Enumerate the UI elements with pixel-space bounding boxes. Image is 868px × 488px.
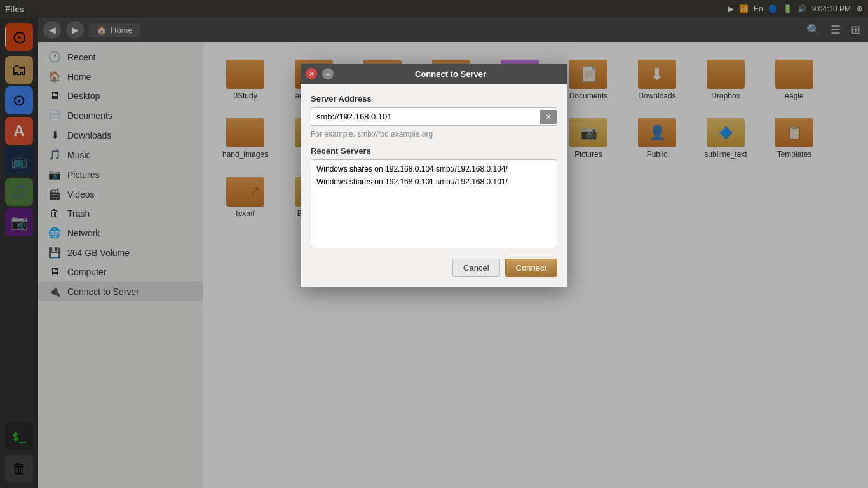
server-address-label: Server Address (311, 94, 557, 104)
dialog-title: Connect to Server (339, 69, 562, 79)
recent-server-item[interactable]: Windows shares on 192.168.0.101 smb://19… (314, 175, 554, 188)
recent-servers-list[interactable]: Windows shares on 192.168.0.104 smb://19… (311, 159, 557, 248)
dialog-buttons: Cancel Connect (311, 259, 557, 277)
dialog-minimize-button[interactable]: – (322, 68, 334, 79)
connect-to-server-dialog: ✕ – Connect to Server Server Address ✕ F… (301, 64, 567, 287)
server-input-clear-button[interactable]: ✕ (540, 110, 557, 124)
recent-servers-label: Recent Servers (311, 146, 557, 156)
server-input-wrap: ✕ (311, 107, 557, 126)
server-address-hint: For example, smb://foo.example.org (311, 130, 557, 139)
dialog-body: Server Address ✕ For example, smb://foo.… (301, 84, 567, 287)
recent-server-item[interactable]: Windows shares on 192.168.0.104 smb://19… (314, 163, 554, 175)
dialog-titlebar: ✕ – Connect to Server (301, 64, 567, 84)
server-address-input[interactable] (311, 108, 540, 125)
dialog-close-button[interactable]: ✕ (306, 68, 317, 79)
dialog-overlay: ✕ – Connect to Server Server Address ✕ F… (0, 0, 868, 488)
cancel-button[interactable]: Cancel (452, 259, 499, 277)
connect-button[interactable]: Connect (505, 259, 557, 277)
